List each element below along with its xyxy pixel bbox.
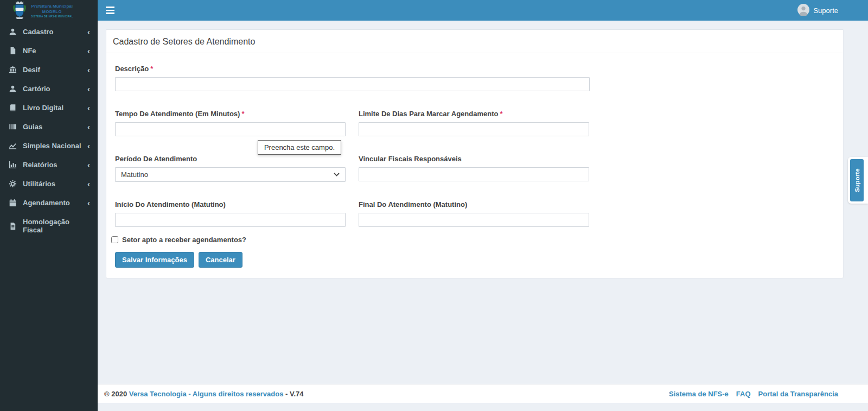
sidebar-item-label: Agendamento bbox=[23, 199, 70, 207]
footer-link-faq[interactable]: FAQ bbox=[736, 390, 751, 398]
chevron-left-icon: ‹ bbox=[87, 124, 90, 130]
book-icon bbox=[9, 104, 18, 112]
sidebar-item-label: Guias bbox=[23, 123, 42, 131]
form-card: Cadastro de Setores de Atendimento Descr… bbox=[106, 29, 844, 279]
line-chart-icon bbox=[9, 142, 18, 150]
tempo-atendimento-input[interactable] bbox=[115, 122, 346, 136]
footer-vendor-link[interactable]: Versa Tecnologia - Alguns direitos reser… bbox=[129, 390, 284, 398]
sidebar-item-utilitarios[interactable]: Utilitários ‹ bbox=[0, 174, 98, 193]
sidebar-item-simples-nacional[interactable]: Simples Nacional ‹ bbox=[0, 136, 98, 155]
content-area: Cadastro de Setores de Atendimento Descr… bbox=[98, 21, 868, 384]
sidebar-item-relatorios[interactable]: Relatórios ‹ bbox=[0, 155, 98, 174]
user-icon bbox=[9, 28, 18, 36]
limite-dias-input[interactable] bbox=[359, 122, 589, 136]
descricao-label: Descrição* bbox=[115, 65, 590, 73]
chevron-left-icon: ‹ bbox=[87, 86, 90, 92]
required-marker: * bbox=[241, 110, 244, 118]
sidebar-item-guias[interactable]: Guias ‹ bbox=[0, 117, 98, 136]
save-button[interactable]: Salvar Informações bbox=[115, 252, 194, 268]
user-icon bbox=[9, 85, 18, 93]
brand-logo[interactable]: Prefeitura Municipal MODELO SISTEMA DE N… bbox=[0, 0, 98, 22]
calendar-icon bbox=[9, 199, 18, 207]
sidebar-item-label: Relatórios bbox=[23, 161, 58, 169]
chevron-down-icon bbox=[334, 173, 340, 176]
sidebar-item-nfe[interactable]: NFe ‹ bbox=[0, 41, 98, 60]
required-marker: * bbox=[500, 110, 502, 118]
footer-link-transparencia[interactable]: Portal da Transparência bbox=[758, 390, 838, 398]
topbar: Suporte bbox=[98, 0, 868, 21]
limite-dias-label: Limite De Dias Para Marcar Agendamento* bbox=[359, 110, 589, 118]
sidebar-item-livro-digital[interactable]: Livro Digital ‹ bbox=[0, 98, 98, 117]
sidebar-item-label: Cadastro bbox=[23, 28, 53, 36]
sidebar-item-label: Utilitários bbox=[23, 180, 55, 188]
descricao-input[interactable] bbox=[115, 77, 590, 91]
page-title: Cadastro de Setores de Atendimento bbox=[106, 30, 843, 53]
sidebar-item-label: Simples Nacional bbox=[23, 142, 81, 150]
sidebar-toggle-button[interactable] bbox=[98, 0, 122, 21]
chevron-left-icon: ‹ bbox=[87, 143, 90, 149]
support-side-tab[interactable]: Suporte bbox=[848, 157, 868, 204]
inicio-atendimento-label: Início Do Atendimento (Matutino) bbox=[115, 200, 346, 208]
footer-credits: © 2020 Versa Tecnologia - Alguns direito… bbox=[104, 390, 304, 398]
support-tab-label: Suporte bbox=[854, 168, 860, 192]
sidebar-item-cartorio[interactable]: Cartório ‹ bbox=[0, 79, 98, 98]
final-atendimento-label: Final Do Atendimento (Matutino) bbox=[359, 200, 589, 208]
bar-chart-icon bbox=[9, 161, 18, 169]
final-atendimento-input[interactable] bbox=[359, 213, 589, 227]
chevron-left-icon: ‹ bbox=[87, 105, 90, 111]
sidebar-item-cadastro[interactable]: Cadastro ‹ bbox=[0, 22, 98, 41]
tempo-atendimento-label: Tempo De Atendimento (Em Minutos)* bbox=[115, 110, 346, 118]
setor-form: Descrição* Tempo De Atendimento (Em Minu… bbox=[115, 65, 834, 268]
sidebar-item-label: Livro Digital bbox=[23, 104, 63, 112]
sidebar-item-agendamento[interactable]: Agendamento ‹ bbox=[0, 193, 98, 212]
chevron-left-icon: ‹ bbox=[87, 200, 90, 206]
fiscais-label: Vincular Fiscais Responsáveis bbox=[359, 155, 589, 163]
brand-line2: MODELO bbox=[31, 9, 73, 14]
cancel-button[interactable]: Cancelar bbox=[199, 252, 242, 268]
sidebar-item-desif[interactable]: Desif ‹ bbox=[0, 60, 98, 79]
brand-line3: SISTEMA DE NFS-E MUNICIPAL bbox=[31, 15, 73, 18]
sidebar-item-homologacao-fiscal[interactable]: Homologação Fiscal bbox=[0, 212, 98, 239]
fiscais-input[interactable] bbox=[359, 167, 589, 181]
setor-apto-label: Setor apto a receber agendamentos? bbox=[122, 236, 246, 244]
sidebar-item-label: Desif bbox=[23, 66, 40, 74]
file-text-icon bbox=[9, 222, 18, 230]
chevron-left-icon: ‹ bbox=[87, 162, 90, 168]
barcode-icon bbox=[9, 123, 18, 131]
sidebar-item-label: NFe bbox=[23, 47, 36, 55]
periodo-selected-value: Matutino bbox=[121, 170, 148, 179]
setor-apto-checkbox[interactable] bbox=[111, 236, 118, 243]
bank-icon bbox=[9, 66, 18, 74]
inicio-atendimento-input[interactable] bbox=[115, 213, 346, 227]
avatar bbox=[797, 4, 809, 17]
footer-copyright: © 2020 bbox=[104, 390, 127, 398]
sidebar-menu: Cadastro ‹ NFe ‹ Desif ‹ Cartório ‹ bbox=[0, 22, 98, 239]
chevron-left-icon: ‹ bbox=[87, 29, 90, 35]
periodo-select[interactable]: Matutino bbox=[115, 167, 346, 182]
footer-separator: - bbox=[285, 390, 288, 398]
periodo-label: Período De Atendimento bbox=[115, 155, 346, 163]
brand-text: Prefeitura Municipal MODELO SISTEMA DE N… bbox=[31, 4, 73, 18]
gear-icon bbox=[9, 180, 18, 188]
footer-link-nfse[interactable]: Sistema de NFS-e bbox=[669, 390, 729, 398]
sidebar-item-label: Homologação Fiscal bbox=[23, 218, 90, 234]
chevron-left-icon: ‹ bbox=[87, 48, 90, 54]
brand-line1: Prefeitura Municipal bbox=[31, 4, 73, 9]
required-marker: * bbox=[150, 65, 153, 73]
sidebar-item-label: Cartório bbox=[23, 85, 50, 93]
footer: © 2020 Versa Tecnologia - Alguns direito… bbox=[98, 384, 868, 403]
sidebar: Prefeitura Municipal MODELO SISTEMA DE N… bbox=[0, 0, 98, 411]
validation-tooltip: Preencha este campo. bbox=[258, 140, 341, 155]
file-icon bbox=[9, 47, 18, 55]
chevron-left-icon: ‹ bbox=[87, 67, 90, 73]
chevron-left-icon: ‹ bbox=[87, 181, 90, 187]
user-label: Suporte bbox=[813, 7, 838, 15]
city-crest-icon bbox=[11, 0, 28, 22]
footer-version: V.74 bbox=[290, 390, 304, 398]
user-menu-button[interactable]: Suporte bbox=[791, 0, 868, 21]
